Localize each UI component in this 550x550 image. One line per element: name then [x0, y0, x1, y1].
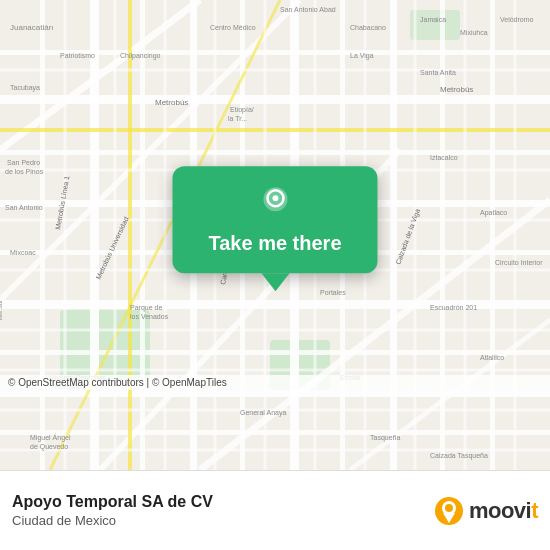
svg-text:Velódromo: Velódromo: [500, 16, 534, 23]
svg-text:General Anaya: General Anaya: [240, 409, 286, 417]
map-view[interactable]: Juanacatlán Patriotismo Chilpancingo Cen…: [0, 0, 550, 470]
popup-arrow: [261, 273, 289, 291]
svg-text:San Pedro: San Pedro: [7, 159, 40, 166]
svg-rect-3: [410, 10, 460, 40]
svg-rect-9: [0, 150, 550, 155]
svg-point-92: [272, 195, 278, 201]
svg-text:Etiopía/: Etiopía/: [230, 106, 254, 114]
map-attribution: © OpenStreetMap contributors | © OpenMap…: [0, 375, 550, 390]
svg-text:Metrobús: Metrobús: [440, 85, 473, 94]
svg-text:Tasqueña: Tasqueña: [370, 434, 400, 442]
svg-text:Chilpancingo: Chilpancingo: [120, 52, 161, 60]
svg-text:Santa Anita: Santa Anita: [420, 69, 456, 76]
svg-text:de Quevedo: de Quevedo: [30, 443, 68, 451]
location-info: Apoyo Temporal SA de CV Ciudad de Mexico: [12, 493, 433, 528]
svg-text:Mixiuhca: Mixiuhca: [460, 29, 488, 36]
svg-text:Mixcoac: Mixcoac: [10, 249, 36, 256]
svg-text:de los Pinos: de los Pinos: [5, 168, 44, 175]
location-popup[interactable]: Take me there: [172, 166, 377, 291]
svg-rect-11: [0, 350, 550, 355]
svg-text:la Tr...: la Tr...: [228, 115, 247, 122]
svg-text:Miguel Ángel: Miguel Ángel: [30, 433, 71, 442]
moovit-text: moovit: [469, 498, 538, 524]
svg-text:los Venados: los Venados: [130, 313, 169, 320]
svg-text:Tacubaya: Tacubaya: [10, 84, 40, 92]
svg-text:Jamaica: Jamaica: [420, 16, 446, 23]
svg-text:Chabacano: Chabacano: [350, 24, 386, 31]
svg-rect-12: [0, 430, 550, 435]
svg-text:Atlalilco: Atlalilco: [480, 354, 504, 361]
svg-text:La Viga: La Viga: [350, 52, 374, 60]
svg-text:lles Sur: lles Sur: [0, 300, 3, 320]
bottom-bar: Apoyo Temporal SA de CV Ciudad de Mexico…: [0, 470, 550, 550]
popup-card[interactable]: Take me there: [172, 166, 377, 273]
svg-text:Circuito Interior: Circuito Interior: [495, 259, 543, 266]
svg-text:Apatlaco: Apatlaco: [480, 209, 507, 217]
svg-text:Patriotismo: Patriotismo: [60, 52, 95, 59]
svg-rect-7: [0, 390, 550, 397]
svg-text:San Antonio Abad: San Antonio Abad: [280, 6, 336, 13]
svg-text:San Antonio: San Antonio: [5, 204, 43, 211]
svg-text:Juanacatlán: Juanacatlán: [10, 23, 53, 32]
svg-text:Escuadrón 201: Escuadrón 201: [430, 304, 477, 311]
svg-text:Iztacalco: Iztacalco: [430, 154, 458, 161]
svg-text:Calzada Tasqueña: Calzada Tasqueña: [430, 452, 488, 460]
moovit-logo: moovit: [433, 495, 538, 527]
svg-text:Metrobús: Metrobús: [155, 98, 188, 107]
svg-text:Parque de: Parque de: [130, 304, 162, 312]
svg-rect-4: [0, 95, 550, 104]
location-pin-icon: [257, 184, 293, 224]
location-city: Ciudad de Mexico: [12, 513, 433, 528]
svg-point-95: [445, 504, 453, 512]
popup-label[interactable]: Take me there: [208, 232, 341, 255]
moovit-logo-icon: [433, 495, 465, 527]
svg-text:Centro Médico: Centro Médico: [210, 24, 256, 31]
location-name: Apoyo Temporal SA de CV: [12, 493, 433, 511]
